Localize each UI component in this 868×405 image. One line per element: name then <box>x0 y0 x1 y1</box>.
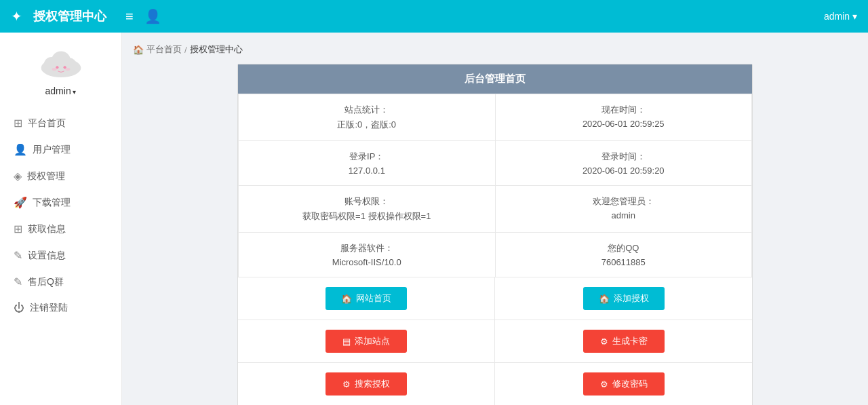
sidebar-item-label-settings: 设置信息 <box>28 250 66 262</box>
dashboard-header: 后台管理首页 <box>238 64 752 94</box>
sidebar-item-label-platform-home: 平台首页 <box>28 117 66 130</box>
sidebar-item-settings[interactable]: ✎ 设置信息 <box>0 242 121 269</box>
time-cell: 现在时间： 2020-06-01 20:59:25 <box>496 94 753 141</box>
sidebar: admin ⊞ 平台首页 👤 用户管理 ◈ 授权管理 🚀 下载管理 ⊞ 获取信息 <box>0 33 122 405</box>
avatar-container <box>37 46 85 80</box>
login-time-label: 登录时间： <box>507 151 741 163</box>
permission-cell: 账号权限： 获取密码权限=1 授权操作权限=1 <box>239 186 496 233</box>
sidebar-item-download-management[interactable]: 🚀 下载管理 <box>0 189 121 216</box>
gen-cardpwd-button[interactable]: ⚙ 生成卡密 <box>583 330 665 353</box>
sidebar-item-label-after-sales: 售后Q群 <box>28 276 64 288</box>
user-management-icon: 👤 <box>14 143 27 156</box>
main-content: 🏠 平台首页 / 授权管理中心 后台管理首页 站点统计： 正版:0，盗版:0 现… <box>122 33 868 405</box>
server-cell: 服务器软件： Microsoft-IIS/10.0 <box>239 233 496 277</box>
sidebar-item-user-management[interactable]: 👤 用户管理 <box>0 136 121 163</box>
add-auth-button[interactable]: 🏠 添加授权 <box>583 287 665 310</box>
btn-cell-modify-pwd: ⚙ 修改密码 <box>495 363 752 405</box>
add-site-label: 添加站点 <box>355 335 390 347</box>
sidebar-item-label-logout: 注销登陆 <box>30 302 68 314</box>
star-brand-icon: ✦ <box>11 8 22 24</box>
search-auth-label: 搜索授权 <box>355 378 390 390</box>
add-site-button[interactable]: ▤ 添加站点 <box>326 330 407 353</box>
app-title: 授权管理中心 <box>33 8 106 24</box>
svg-point-6 <box>52 68 56 71</box>
permission-value: 获取密码权限=1 授权操作权限=1 <box>250 210 484 223</box>
after-sales-icon: ✎ <box>14 275 22 288</box>
sidebar-menu: ⊞ 平台首页 👤 用户管理 ◈ 授权管理 🚀 下载管理 ⊞ 获取信息 ✎ 设置信 <box>0 110 121 321</box>
ip-value: 127.0.0.1 <box>250 166 484 176</box>
sidebar-item-label-get-info: 获取信息 <box>28 223 66 235</box>
home-btn-icon: 🏠 <box>341 294 352 304</box>
btn-cell-add-site: ▤ 添加站点 <box>238 320 495 363</box>
welcome-value: admin <box>507 210 741 220</box>
dashboard-card: 后台管理首页 站点统计： 正版:0，盗版:0 现在时间： 2020-06-01 … <box>237 64 753 405</box>
settings-icon: ✎ <box>14 249 22 262</box>
search-auth-btn-icon: ⚙ <box>342 379 351 389</box>
breadcrumb-home-link[interactable]: 平台首页 <box>146 43 182 56</box>
svg-point-5 <box>63 66 66 69</box>
get-info-icon: ⊞ <box>14 223 22 235</box>
gen-cardpwd-btn-icon: ⚙ <box>600 336 608 347</box>
login-time-value: 2020-06-01 20:59:20 <box>507 166 741 176</box>
menu-toggle-icon[interactable]: ≡ <box>125 9 134 24</box>
login-time-cell: 登录时间： 2020-06-01 20:59:20 <box>496 141 753 186</box>
logout-icon: ⏻ <box>14 302 24 314</box>
top-navbar: ✦ 授权管理中心 ≡ 👤 admin <box>0 0 868 33</box>
add-site-btn-icon: ▤ <box>342 336 351 347</box>
stats-label: 站点统计： <box>250 104 484 116</box>
top-nav-left: ✦ 授权管理中心 ≡ 👤 <box>11 8 161 24</box>
ip-label: 登录IP： <box>250 151 484 163</box>
breadcrumb-current: 授权管理中心 <box>190 43 243 56</box>
ip-cell: 登录IP： 127.0.0.1 <box>239 141 496 186</box>
website-home-label: 网站首页 <box>356 292 391 305</box>
button-grid: 🏠 网站首页 🏠 添加授权 ▤ 添加站点 <box>238 277 752 405</box>
server-label: 服务器软件： <box>250 242 484 254</box>
website-home-button[interactable]: 🏠 网站首页 <box>326 287 407 310</box>
modify-pwd-label: 修改密码 <box>612 378 648 390</box>
breadcrumb-separator: / <box>184 45 187 55</box>
welcome-label: 欢迎您管理员： <box>507 195 741 208</box>
qq-value: 760611885 <box>507 257 741 267</box>
auth-management-icon: ◈ <box>14 170 22 182</box>
btn-cell-gen-cardpwd: ⚙ 生成卡密 <box>495 320 752 363</box>
main-layout: admin ⊞ 平台首页 👤 用户管理 ◈ 授权管理 🚀 下载管理 ⊞ 获取信息 <box>0 33 868 405</box>
sidebar-item-after-sales[interactable]: ✎ 售后Q群 <box>0 269 121 295</box>
add-auth-btn-icon: 🏠 <box>599 294 610 304</box>
sidebar-item-label-auth-management: 授权管理 <box>27 170 65 182</box>
sidebar-item-platform-home[interactable]: ⊞ 平台首页 <box>0 110 121 136</box>
sidebar-item-get-info[interactable]: ⊞ 获取信息 <box>0 216 121 242</box>
sidebar-item-label-user-management: 用户管理 <box>33 144 71 156</box>
admin-dropdown[interactable]: admin <box>824 11 857 22</box>
btn-cell-website-home: 🏠 网站首页 <box>238 277 495 320</box>
welcome-cell: 欢迎您管理员： admin <box>496 186 753 233</box>
download-management-icon: 🚀 <box>14 196 27 209</box>
svg-point-7 <box>65 68 70 71</box>
svg-point-4 <box>56 66 58 69</box>
btn-cell-add-auth: 🏠 添加授权 <box>495 277 752 320</box>
sidebar-username[interactable]: admin <box>45 85 77 96</box>
sidebar-item-logout[interactable]: ⏻ 注销登陆 <box>0 295 121 321</box>
btn-cell-search-auth: ⚙ 搜索授权 <box>238 363 495 405</box>
gen-cardpwd-label: 生成卡密 <box>612 335 648 347</box>
time-value: 2020-06-01 20:59:25 <box>507 119 741 129</box>
modify-pwd-button[interactable]: ⚙ 修改密码 <box>583 372 665 396</box>
info-grid: 站点统计： 正版:0，盗版:0 现在时间： 2020-06-01 20:59:2… <box>238 94 752 277</box>
search-auth-button[interactable]: ⚙ 搜索授权 <box>326 372 407 396</box>
add-auth-label: 添加授权 <box>614 292 649 305</box>
platform-home-icon: ⊞ <box>14 117 22 130</box>
qq-cell: 您的QQ 760611885 <box>496 233 753 277</box>
user-nav-icon[interactable]: 👤 <box>144 8 161 24</box>
permission-label: 账号权限： <box>250 195 484 208</box>
sidebar-item-auth-management[interactable]: ◈ 授权管理 <box>0 163 121 189</box>
time-label: 现在时间： <box>507 104 741 116</box>
sidebar-item-label-download-management: 下载管理 <box>33 197 71 209</box>
breadcrumb-home-icon: 🏠 <box>133 45 144 55</box>
modify-pwd-btn-icon: ⚙ <box>600 379 608 389</box>
qq-label: 您的QQ <box>507 242 741 254</box>
breadcrumb: 🏠 平台首页 / 授权管理中心 <box>133 43 857 56</box>
server-value: Microsoft-IIS/10.0 <box>250 257 484 267</box>
cloud-avatar-icon <box>37 46 85 80</box>
stats-value: 正版:0，盗版:0 <box>250 119 484 131</box>
stats-cell: 站点统计： 正版:0，盗版:0 <box>239 94 496 141</box>
